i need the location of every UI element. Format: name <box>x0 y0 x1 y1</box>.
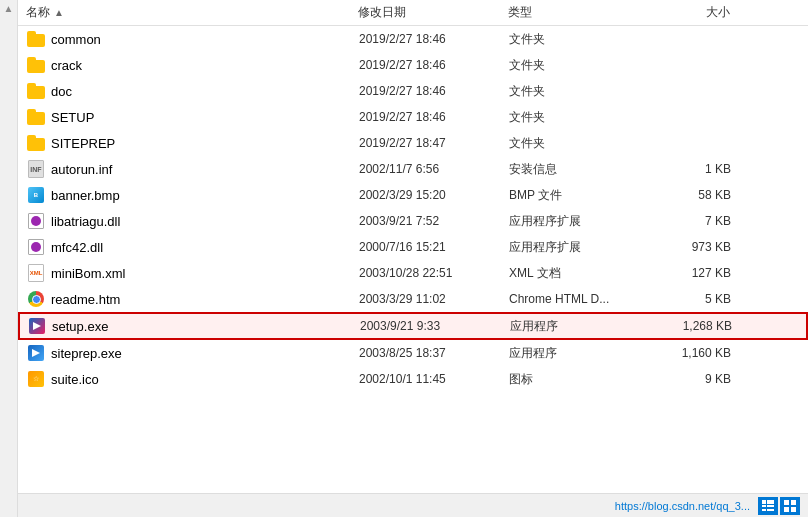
file-date-cell: 2002/10/1 11:45 <box>359 372 509 386</box>
file-size-cell: 1 KB <box>649 162 739 176</box>
file-type-cell: 文件夹 <box>509 31 649 48</box>
svg-rect-9 <box>791 507 796 512</box>
svg-rect-3 <box>767 500 774 504</box>
file-date-cell: 2003/10/28 22:51 <box>359 266 509 280</box>
table-row[interactable]: setup.exe 2003/9/21 9:33 应用程序 1,268 KB <box>18 312 808 340</box>
file-name-cell: setup.exe <box>20 317 360 335</box>
file-date-cell: 2000/7/16 15:21 <box>359 240 509 254</box>
file-type-cell: 应用程序扩展 <box>509 239 649 256</box>
file-date-cell: 2003/8/25 18:37 <box>359 346 509 360</box>
file-type-cell: 文件夹 <box>509 109 649 126</box>
table-row[interactable]: siteprep.exe 2003/8/25 18:37 应用程序 1,160 … <box>18 340 808 366</box>
svg-rect-1 <box>762 505 766 507</box>
file-name-cell: INF autorun.inf <box>19 160 359 178</box>
file-name-text: setup.exe <box>52 319 108 334</box>
file-name-cell: readme.htm <box>19 290 359 308</box>
file-name-text: siteprep.exe <box>51 346 122 361</box>
folder-icon <box>27 56 45 74</box>
table-row[interactable]: common 2019/2/27 18:46 文件夹 <box>18 26 808 52</box>
file-type-cell: BMP 文件 <box>509 187 649 204</box>
file-size-cell: 973 KB <box>649 240 739 254</box>
col-header-size[interactable]: 大小 <box>648 4 738 21</box>
file-name-text: banner.bmp <box>51 188 120 203</box>
file-name-text: libatriagu.dll <box>51 214 120 229</box>
file-name-text: mfc42.dll <box>51 240 103 255</box>
footer-link: https://blog.csdn.net/qq_3... <box>615 500 750 512</box>
file-type-cell: XML 文档 <box>509 265 649 282</box>
col-header-date[interactable]: 修改日期 <box>358 4 508 21</box>
table-row[interactable]: SETUP 2019/2/27 18:46 文件夹 <box>18 104 808 130</box>
file-size-cell: 5 KB <box>649 292 739 306</box>
chrome-icon <box>27 290 45 308</box>
xml-icon: XML <box>27 264 45 282</box>
view-grid-button[interactable] <box>780 497 800 515</box>
view-icons <box>758 497 800 515</box>
file-name-cell: libatriagu.dll <box>19 212 359 230</box>
file-name-text: suite.ico <box>51 372 99 387</box>
file-name-cell: SETUP <box>19 108 359 126</box>
file-date-cell: 2019/2/27 18:47 <box>359 136 509 150</box>
table-row[interactable]: ☆ suite.ico 2002/10/1 11:45 图标 9 KB <box>18 366 808 392</box>
table-row[interactable]: B banner.bmp 2002/3/29 15:20 BMP 文件 58 K… <box>18 182 808 208</box>
file-name-cell: doc <box>19 82 359 100</box>
list-header: 名称 ▲ 修改日期 类型 大小 <box>18 0 808 26</box>
setup-exe-icon <box>28 317 46 335</box>
file-size-cell: 58 KB <box>649 188 739 202</box>
dll-icon <box>27 212 45 230</box>
col-header-type[interactable]: 类型 <box>508 4 648 21</box>
table-row[interactable]: readme.htm 2003/3/29 11:02 Chrome HTML D… <box>18 286 808 312</box>
svg-rect-0 <box>762 500 766 504</box>
file-name-text: autorun.inf <box>51 162 112 177</box>
file-rows-container: common 2019/2/27 18:46 文件夹 crack 2019/2/… <box>18 26 808 392</box>
file-name-text: SETUP <box>51 110 94 125</box>
file-size-cell: 7 KB <box>649 214 739 228</box>
file-list: 名称 ▲ 修改日期 类型 大小 common 2019/2/27 18:46 文… <box>18 0 808 493</box>
file-date-cell: 2019/2/27 18:46 <box>359 84 509 98</box>
folder-icon <box>27 108 45 126</box>
table-row[interactable]: SITEPREP 2019/2/27 18:47 文件夹 <box>18 130 808 156</box>
file-name-text: miniBom.xml <box>51 266 125 281</box>
file-date-cell: 2003/9/21 7:52 <box>359 214 509 228</box>
svg-rect-2 <box>762 509 766 511</box>
file-name-cell: ☆ suite.ico <box>19 370 359 388</box>
file-name-cell: mfc42.dll <box>19 238 359 256</box>
view-detail-button[interactable] <box>758 497 778 515</box>
folder-icon <box>27 82 45 100</box>
file-type-cell: 文件夹 <box>509 57 649 74</box>
table-row[interactable]: doc 2019/2/27 18:46 文件夹 <box>18 78 808 104</box>
file-date-cell: 2019/2/27 18:46 <box>359 110 509 124</box>
table-row[interactable]: INF autorun.inf 2002/11/7 6:56 安装信息 1 KB <box>18 156 808 182</box>
sort-arrow-name: ▲ <box>54 7 64 18</box>
file-size-cell: 1,160 KB <box>649 346 739 360</box>
scroll-up-arrow[interactable]: ▲ <box>4 4 14 14</box>
file-date-cell: 2003/3/29 11:02 <box>359 292 509 306</box>
dll-icon <box>27 238 45 256</box>
file-name-cell: siteprep.exe <box>19 344 359 362</box>
svg-rect-6 <box>784 500 789 505</box>
file-type-cell: 应用程序 <box>510 318 650 335</box>
file-size-cell: 1,268 KB <box>650 319 740 333</box>
table-row[interactable]: crack 2019/2/27 18:46 文件夹 <box>18 52 808 78</box>
main-panel: 名称 ▲ 修改日期 类型 大小 common 2019/2/27 18:46 文… <box>18 0 808 517</box>
file-name-text: SITEPREP <box>51 136 115 151</box>
file-type-cell: 文件夹 <box>509 135 649 152</box>
table-row[interactable]: libatriagu.dll 2003/9/21 7:52 应用程序扩展 7 K… <box>18 208 808 234</box>
file-date-cell: 2019/2/27 18:46 <box>359 58 509 72</box>
sidebar: ▲ <box>0 0 18 517</box>
svg-rect-7 <box>791 500 796 505</box>
file-type-cell: Chrome HTML D... <box>509 292 649 306</box>
file-date-cell: 2002/11/7 6:56 <box>359 162 509 176</box>
file-name-text: crack <box>51 58 82 73</box>
table-row[interactable]: mfc42.dll 2000/7/16 15:21 应用程序扩展 973 KB <box>18 234 808 260</box>
file-type-cell: 图标 <box>509 371 649 388</box>
file-type-cell: 安装信息 <box>509 161 649 178</box>
col-header-name[interactable]: 名称 ▲ <box>18 4 358 21</box>
file-name-cell: B banner.bmp <box>19 186 359 204</box>
file-size-cell: 127 KB <box>649 266 739 280</box>
table-row[interactable]: XML miniBom.xml 2003/10/28 22:51 XML 文档 … <box>18 260 808 286</box>
folder-icon <box>27 134 45 152</box>
file-type-cell: 应用程序扩展 <box>509 213 649 230</box>
file-name-cell: crack <box>19 56 359 74</box>
file-name-text: doc <box>51 84 72 99</box>
svg-rect-8 <box>784 507 789 512</box>
